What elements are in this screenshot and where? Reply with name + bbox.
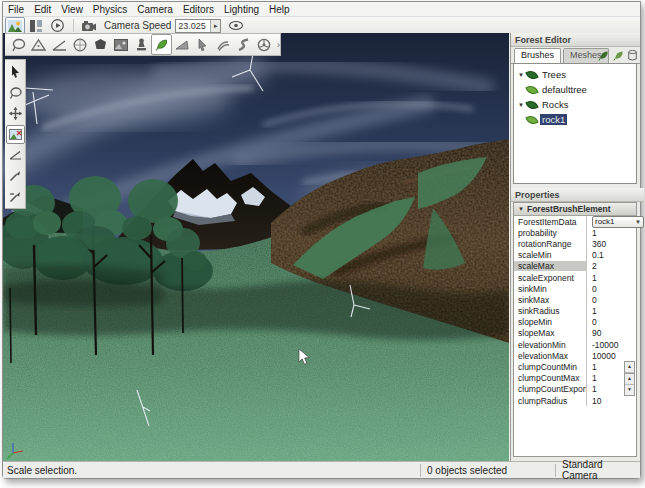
property-value[interactable]: -10000 [586, 339, 636, 350]
road-icon[interactable] [233, 34, 253, 55]
property-label: scaleMin [514, 250, 586, 260]
property-label: slopeMax [514, 328, 586, 338]
menu-lighting[interactable]: Lighting [219, 4, 264, 15]
world-editor-button[interactable] [5, 17, 25, 34]
properties-header: Properties [511, 188, 644, 202]
brush-leaf-icon [525, 83, 538, 96]
camera-speed-stepper[interactable]: 23.025 ▸ [175, 19, 221, 33]
property-label: clumpCountMin [514, 362, 586, 372]
property-value[interactable]: 10 [586, 395, 636, 406]
lasso-select-icon[interactable] [8, 34, 28, 55]
property-label: sinkRadius [514, 306, 586, 316]
tree-group-trees[interactable]: ▼ Trees [514, 67, 636, 82]
property-value[interactable]: 10000 [586, 350, 636, 361]
property-value[interactable]: 1 [586, 227, 636, 238]
ramp-icon[interactable] [172, 34, 192, 55]
forest-editor-title: Forest Editor [515, 35, 571, 45]
app-window: File Edit View Physics Camera Editors Li… [2, 1, 641, 479]
properties-table: ▼ ForestBrushElement ForestItemData rock… [513, 202, 637, 457]
paint-brush-icon[interactable] [6, 166, 25, 186]
property-row: elevationMin-10000 [514, 339, 636, 350]
delete-icon[interactable] [628, 50, 637, 63]
camera-speed-expand-icon[interactable]: ▸ [210, 20, 220, 32]
property-label: slopeMin [514, 317, 586, 327]
property-value[interactable]: 0 [586, 283, 636, 294]
new-mesh-icon[interactable] [613, 50, 624, 63]
forest-editor-icon[interactable] [151, 34, 171, 55]
property-row: clumpCountMin1 [514, 361, 636, 372]
menu-bar: File Edit View Physics Camera Editors Li… [3, 2, 640, 17]
menu-file[interactable]: File [3, 4, 29, 15]
property-label: scaleMax [514, 261, 586, 271]
property-group-header[interactable]: ▼ ForestBrushElement [514, 203, 636, 216]
paint-shield-icon[interactable] [90, 34, 110, 55]
clump-count-max-stepper[interactable]: ▲▼ [624, 373, 635, 396]
camera-speed-value[interactable]: 23.025 [176, 21, 210, 31]
terrain-slope-icon[interactable] [49, 34, 69, 55]
brush-tree-list: ▼ Trees defaulttree ▼ Rocks rock1 [513, 63, 637, 184]
lasso-icon[interactable] [6, 83, 25, 103]
property-row: probability1 [514, 227, 636, 238]
tree-item-label: defaulttree [540, 84, 589, 95]
tree-group-rocks[interactable]: ▼ Rocks [514, 97, 636, 112]
new-brush-icon[interactable] [598, 50, 609, 63]
visibility-button[interactable] [226, 17, 246, 34]
spinner-up-icon[interactable]: ▲ [625, 374, 634, 385]
property-value[interactable]: 360 [586, 238, 636, 249]
brush-leaf-icon [525, 113, 538, 126]
tree-item-rock1[interactable]: rock1 [514, 112, 636, 127]
wheel-icon[interactable] [254, 34, 274, 55]
status-bar: Scale selection. 0 objects selected Stan… [3, 461, 640, 478]
property-value[interactable]: 0 [586, 317, 636, 328]
menu-help[interactable]: Help [264, 4, 295, 15]
property-value[interactable]: 1 [586, 306, 636, 317]
property-value[interactable]: 2 [586, 261, 636, 272]
property-label: clumpCountExponent [514, 384, 586, 394]
erase-brush-icon[interactable] [6, 187, 25, 207]
property-group-label: ForestBrushElement [527, 204, 611, 214]
scale-icon[interactable] [6, 125, 25, 145]
play-icon [51, 19, 64, 32]
translate-icon[interactable] [6, 104, 25, 124]
viewport-3d[interactable] [3, 33, 509, 461]
play-button[interactable] [47, 17, 67, 34]
dropdown-value: rock1 [595, 217, 615, 226]
forest-item-data-dropdown[interactable]: rock1▼ [592, 216, 644, 228]
property-label: rotationRange [514, 239, 586, 249]
select-arrow-icon[interactable] [6, 62, 25, 82]
sphere-brush-icon[interactable] [69, 34, 89, 55]
property-value[interactable]: 0.1 [586, 250, 636, 261]
property-value[interactable]: 90 [586, 328, 636, 339]
terrain-editor-icon[interactable] [28, 34, 48, 55]
menu-camera[interactable]: Camera [132, 4, 178, 15]
tree-group-label: Rocks [540, 99, 570, 110]
scene-render [3, 33, 509, 461]
property-value[interactable]: 1 [586, 272, 636, 283]
slope-icon[interactable] [6, 145, 25, 165]
spinner-down-icon[interactable]: ▼ [625, 385, 634, 395]
gui-editor-button[interactable] [26, 17, 46, 34]
river-icon[interactable] [213, 34, 233, 55]
property-row-selected: scaleMax2 [514, 261, 636, 272]
property-row: elevationMax10000 [514, 350, 636, 361]
property-row: rotationRange360 [514, 238, 636, 249]
tab-brushes[interactable]: Brushes [514, 48, 561, 64]
forest-editor-panel: Forest Editor Brushes Meshes ▼ Trees def… [510, 33, 640, 461]
toolbar-overflow-icon[interactable]: › [277, 40, 280, 50]
selection-count: 0 objects selected [421, 465, 555, 476]
tree-item-defaulttree[interactable]: defaulttree [514, 82, 636, 97]
menu-physics[interactable]: Physics [88, 4, 132, 15]
menu-editors[interactable]: Editors [178, 4, 219, 15]
property-value[interactable]: 0 [586, 294, 636, 305]
collapse-arrow-icon: ▼ [518, 206, 524, 212]
property-row: sinkMax0 [514, 294, 636, 305]
stamp-icon[interactable] [131, 34, 151, 55]
spinner-up-icon[interactable]: ▲ [625, 362, 634, 373]
menu-view[interactable]: View [56, 4, 88, 15]
camera-button[interactable] [79, 17, 99, 34]
main-toolbar: Camera Speed 23.025 ▸ [3, 17, 640, 34]
menu-edit[interactable]: Edit [29, 4, 56, 15]
texture-paint-icon[interactable] [110, 34, 130, 55]
pointer-tool-icon[interactable] [192, 34, 212, 55]
toolbar-separator [73, 19, 74, 32]
